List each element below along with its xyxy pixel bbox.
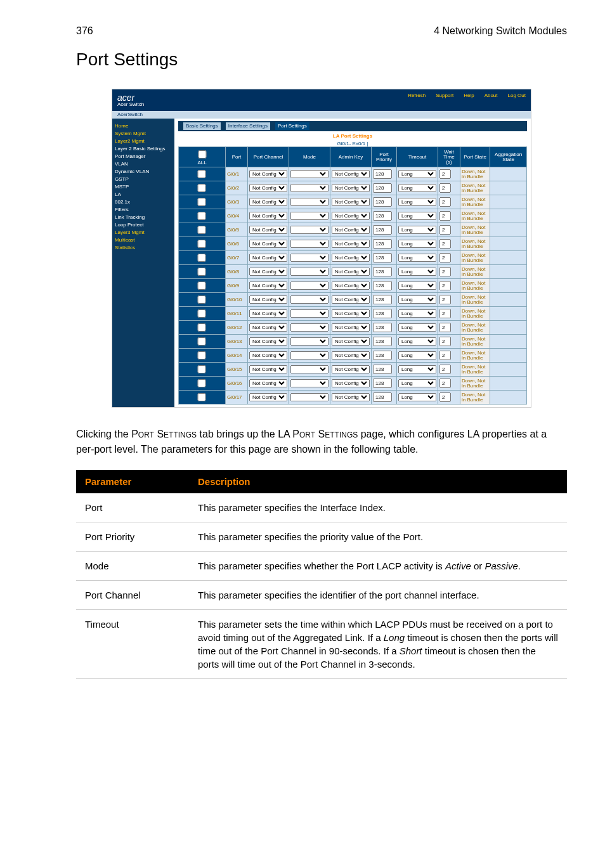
cell-channel[interactable]: Not Configured [249,323,287,332]
cell-mode[interactable] [290,226,329,234]
tab-interface[interactable]: Interface Settings [226,122,270,130]
cell-admin[interactable]: Not Configured [332,365,370,373]
cell-mode[interactable] [290,309,329,318]
cell-admin[interactable]: Not Configured [332,212,370,220]
cell-mode[interactable] [290,268,329,276]
cell-timeout[interactable]: Long [398,323,436,332]
cell-admin[interactable]: Not Configured [332,309,370,318]
select-all[interactable] [183,150,221,159]
cell-channel[interactable]: Not Configured [249,198,287,206]
cell-channel[interactable]: Not Configured [249,212,287,220]
cell-timeout[interactable]: Long [398,198,436,206]
cell-priority[interactable] [373,183,392,193]
cell-timeout[interactable]: Long [398,295,436,304]
cell-mode[interactable] [290,393,329,401]
cell-priority[interactable] [373,253,392,262]
row-select[interactable] [183,184,221,192]
cell-mode[interactable] [290,198,329,206]
cell-priority[interactable] [373,211,392,221]
cell-priority[interactable] [373,197,392,207]
cell-wait[interactable] [439,225,451,235]
logout-link[interactable]: Log Out [508,93,526,107]
nav-home[interactable]: Home [115,122,172,130]
tab-port[interactable]: Port Settings [275,122,309,130]
cell-wait[interactable] [439,169,451,179]
row-select[interactable] [183,282,221,290]
cell-priority[interactable] [373,365,392,374]
cell-admin[interactable]: Not Configured [332,240,370,248]
cell-mode[interactable] [290,254,329,262]
cell-priority[interactable] [373,323,392,332]
row-select[interactable] [183,198,221,206]
cell-timeout[interactable]: Long [398,337,436,346]
cell-wait[interactable] [439,183,451,193]
cell-mode[interactable] [290,365,329,373]
cell-wait[interactable] [439,351,451,360]
cell-channel[interactable]: Not Configured [249,254,287,262]
nav-dyn-vlan[interactable]: Dynamic VLAN [115,168,172,176]
row-select[interactable] [183,268,221,276]
cell-timeout[interactable]: Long [398,268,436,276]
cell-priority[interactable] [373,309,392,318]
row-select[interactable] [183,351,221,360]
row-select[interactable] [183,226,221,234]
cell-mode[interactable] [290,337,329,346]
cell-timeout[interactable]: Long [398,254,436,262]
tab-basic[interactable]: Basic Settings [183,122,221,130]
row-select[interactable] [183,254,221,262]
cell-admin[interactable]: Not Configured [332,198,370,206]
cell-wait[interactable] [439,239,451,249]
cell-wait[interactable] [439,379,451,388]
row-select[interactable] [183,309,221,318]
nav-statistics[interactable]: Statistics [115,244,172,252]
cell-priority[interactable] [373,392,392,402]
cell-admin[interactable]: Not Configured [332,184,370,192]
cell-mode[interactable] [290,170,329,178]
nav-layer2-basic[interactable]: Layer 2 Basic Settings [115,145,172,153]
cell-timeout[interactable]: Long [398,170,436,178]
help-link[interactable]: Help [464,93,474,107]
cell-mode[interactable] [290,184,329,192]
nav-system[interactable]: System Mgmt [115,130,172,138]
cell-priority[interactable] [373,379,392,388]
cell-admin[interactable]: Not Configured [332,379,370,387]
cell-admin[interactable]: Not Configured [332,295,370,304]
cell-channel[interactable]: Not Configured [249,379,287,387]
cell-priority[interactable] [373,337,392,346]
cell-mode[interactable] [290,240,329,248]
cell-priority[interactable] [373,169,392,179]
cell-wait[interactable] [439,197,451,207]
row-select[interactable] [183,170,221,178]
support-link[interactable]: Support [436,93,453,107]
cell-mode[interactable] [290,351,329,360]
cell-admin[interactable]: Not Configured [332,337,370,346]
nav-port-mgr[interactable]: Port Manager [115,153,172,160]
cell-wait[interactable] [439,309,451,318]
cell-channel[interactable]: Not Configured [249,226,287,234]
cell-admin[interactable]: Not Configured [332,170,370,178]
cell-mode[interactable] [290,323,329,332]
cell-channel[interactable]: Not Configured [249,351,287,360]
cell-wait[interactable] [439,323,451,332]
cell-wait[interactable] [439,365,451,374]
refresh-link[interactable]: Refresh [408,93,426,107]
cell-timeout[interactable]: Long [398,226,436,234]
cell-wait[interactable] [439,267,451,276]
cell-timeout[interactable]: Long [398,212,436,220]
cell-priority[interactable] [373,281,392,290]
cell-timeout[interactable]: Long [398,240,436,248]
cell-admin[interactable]: Not Configured [332,351,370,360]
cell-priority[interactable] [373,351,392,360]
cell-wait[interactable] [439,295,451,304]
cell-admin[interactable]: Not Configured [332,268,370,276]
cell-priority[interactable] [373,267,392,276]
nav-layer3[interactable]: Layer3 Mgmt [115,229,172,236]
about-link[interactable]: About [485,93,498,107]
cell-admin[interactable]: Not Configured [332,393,370,401]
nav-gstp[interactable]: GSTP [115,176,172,183]
cell-admin[interactable]: Not Configured [332,282,370,290]
row-select[interactable] [183,379,221,387]
nav-mstp[interactable]: MSTP [115,183,172,191]
cell-timeout[interactable]: Long [398,379,436,387]
cell-channel[interactable]: Not Configured [249,393,287,401]
